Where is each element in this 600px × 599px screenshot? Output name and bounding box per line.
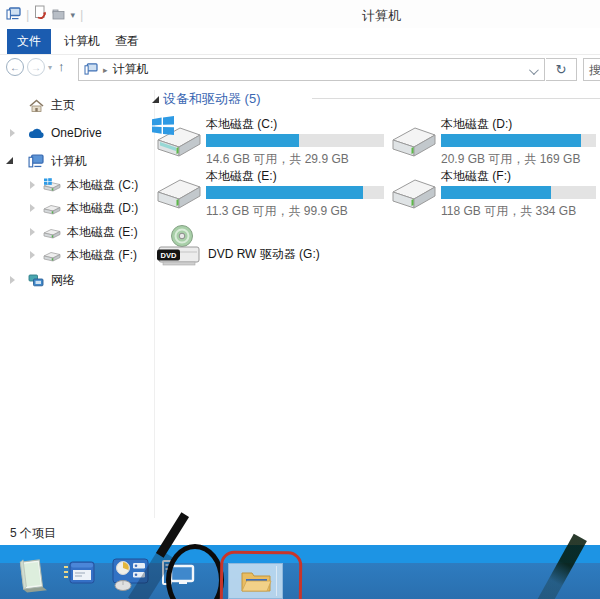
capacity-bar-fill — [441, 186, 551, 199]
tab-file[interactable]: 文件 — [7, 29, 51, 54]
drive-name: 本地磁盘 (E:) — [206, 168, 384, 184]
sidebar-item-onedrive[interactable]: OneDrive — [0, 124, 150, 142]
address-dropdown-icon[interactable] — [529, 65, 539, 75]
sidebar-item-label: 计算机 — [51, 153, 87, 170]
computer-icon — [26, 154, 46, 168]
local-disk-icon — [156, 120, 202, 162]
sidebar-item-label: 网络 — [51, 272, 75, 289]
sidebar-item-label: 主页 — [51, 97, 75, 114]
breadcrumb-computer-icon — [84, 61, 98, 79]
ribbon-tab-bar: 文件 计算机 查看 — [0, 28, 600, 55]
drive-icon — [42, 248, 62, 262]
expand-arrow-icon[interactable] — [30, 204, 35, 212]
titlebar: | ▾ | 计算机 — [0, 0, 600, 28]
dvd-drive-icon: DVD — [156, 224, 204, 274]
sidebar-item-label: 本地磁盘 (C:) — [67, 177, 138, 194]
capacity-bar — [441, 186, 596, 199]
capacity-caption: 14.6 GB 可用，共 29.9 GB — [206, 151, 384, 168]
home-icon — [26, 99, 46, 112]
qat-separator: | — [26, 7, 29, 23]
dvd-label: DVD — [161, 251, 177, 260]
local-disk-icon — [391, 172, 437, 214]
new-folder-icon[interactable] — [52, 6, 65, 24]
screen: | ▾ | 计算机 文件 计算机 查看 ← → ▾ ↑ — [0, 0, 600, 599]
qat-dropdown-icon[interactable]: ▾ — [70, 10, 75, 20]
drive-c-icon — [42, 178, 62, 192]
status-bar: 5 个项目 — [0, 518, 600, 545]
drive-name: 本地磁盘 (F:) — [441, 168, 596, 184]
capacity-caption: 118 GB 可用，共 334 GB — [441, 203, 596, 220]
breadcrumb-arrow-icon[interactable]: ▸ — [103, 65, 108, 75]
refresh-button[interactable]: ↻ — [546, 58, 577, 81]
program-window-icon[interactable] — [62, 559, 96, 589]
quick-access-toolbar: | ▾ | — [6, 5, 83, 24]
sidebar-item-drive-d[interactable]: 本地磁盘 (D:) — [0, 199, 150, 217]
breadcrumb[interactable]: 计算机 — [113, 61, 149, 78]
capacity-caption: 20.9 GB 可用，共 169 GB — [441, 151, 596, 168]
group-header-line — [312, 98, 600, 99]
expand-arrow-icon[interactable] — [30, 228, 35, 236]
sidebar-item-label: 本地磁盘 (E:) — [67, 224, 138, 241]
sidebar-item-label: 本地磁盘 (D:) — [67, 200, 138, 217]
group-header[interactable]: 设备和驱动器 (5) — [163, 90, 261, 108]
app-window-icon — [6, 6, 21, 24]
file-explorer-icon[interactable] — [228, 563, 283, 599]
sidebar-item-computer[interactable]: 计算机 — [0, 152, 150, 170]
collapse-arrow-icon[interactable] — [6, 157, 13, 164]
sidebar-item-label: 本地磁盘 (F:) — [67, 247, 137, 264]
tab-view[interactable]: 查看 — [108, 29, 146, 54]
search-input[interactable]: 搜 — [583, 58, 600, 81]
items-view: 设备和驱动器 (5) 本地磁盘 (C:) 14.6 GB 可用，共 29.9 G… — [150, 88, 600, 518]
capacity-bar-fill — [441, 134, 581, 147]
back-button[interactable]: ← — [6, 58, 24, 76]
expand-arrow-icon[interactable] — [30, 251, 35, 259]
sidebar-item-label: OneDrive — [51, 126, 102, 140]
drive-name: 本地磁盘 (D:) — [441, 116, 596, 132]
capacity-caption: 11.3 GB 可用，共 99.9 GB — [206, 203, 384, 220]
forward-button: → — [27, 58, 45, 76]
expand-arrow-icon[interactable] — [10, 129, 15, 137]
sidebar-item-home[interactable]: 主页 — [0, 96, 150, 114]
group-collapse-icon[interactable] — [152, 96, 159, 103]
drive-icon — [42, 225, 62, 239]
drive-name: 本地磁盘 (C:) — [206, 116, 384, 132]
capacity-bar-fill — [206, 186, 363, 199]
sidebar-item-drive-c[interactable]: 本地磁盘 (C:) — [0, 176, 150, 194]
sidebar-item-network[interactable]: 网络 — [0, 271, 150, 289]
capacity-bar — [206, 186, 384, 199]
sidebar-item-drive-f[interactable]: 本地磁盘 (F:) — [0, 246, 150, 264]
expand-arrow-icon[interactable] — [10, 276, 15, 284]
computer-monitor-icon[interactable] — [160, 557, 196, 589]
window-title: 计算机 — [362, 7, 401, 25]
onedrive-cloud-icon — [26, 128, 46, 139]
stacked-windows-indicator — [276, 566, 280, 596]
history-dropdown-icon[interactable]: ▾ — [48, 63, 52, 72]
address-input[interactable]: ▸ 计算机 — [78, 58, 545, 81]
expand-arrow-icon[interactable] — [30, 181, 35, 189]
network-icon — [26, 274, 46, 287]
notepad-icon[interactable] — [14, 557, 48, 593]
capacity-bar — [441, 134, 596, 147]
item-count: 5 个项目 — [10, 525, 56, 542]
local-disk-icon — [391, 120, 437, 162]
qat-separator: | — [80, 7, 83, 23]
drive-name: DVD RW 驱动器 (G:) — [208, 246, 320, 263]
control-panel-icon[interactable] — [110, 557, 150, 591]
capacity-bar — [206, 134, 384, 147]
sidebar-item-drive-e[interactable]: 本地磁盘 (E:) — [0, 223, 150, 241]
capacity-bar-fill — [206, 134, 299, 147]
explorer-window: | ▾ | 计算机 文件 计算机 查看 ← → ▾ ↑ — [0, 0, 600, 545]
navigation-pane: 主页 OneDrive 计算机 — [0, 88, 150, 518]
up-button[interactable]: ↑ — [58, 59, 65, 74]
properties-icon[interactable] — [34, 5, 47, 24]
address-bar: ← → ▾ ↑ ▸ 计算机 ↻ 搜 — [0, 55, 600, 88]
tab-computer[interactable]: 计算机 — [58, 29, 106, 54]
taskbar — [0, 545, 600, 599]
drive-icon — [42, 201, 62, 215]
windows-logo-icon — [152, 116, 174, 139]
local-disk-icon — [156, 172, 202, 214]
